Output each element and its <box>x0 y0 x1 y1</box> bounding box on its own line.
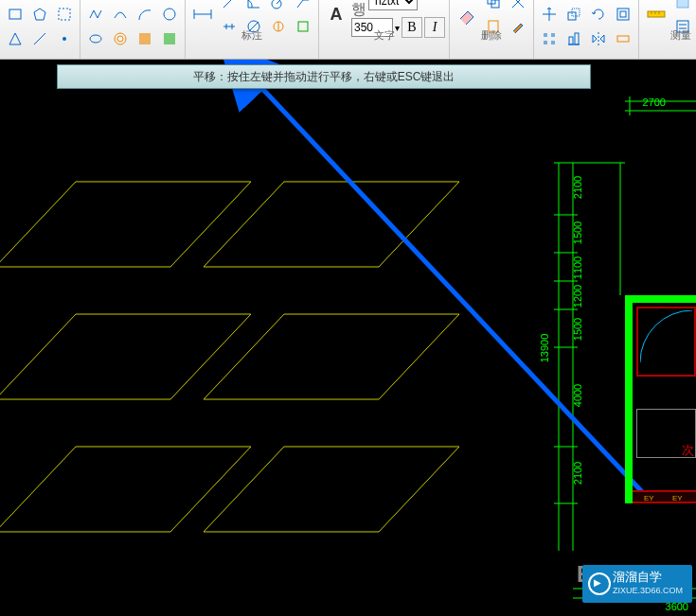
svg-rect-61 <box>569 37 573 44</box>
drawing-shapes <box>0 59 696 616</box>
spline-icon[interactable] <box>109 3 132 26</box>
svg-rect-56 <box>544 33 547 37</box>
array-icon[interactable] <box>538 27 561 50</box>
cut-icon[interactable] <box>507 0 529 13</box>
svg-point-30 <box>90 35 101 43</box>
group-measure: 测量 <box>639 0 696 59</box>
offset-icon[interactable] <box>612 3 634 26</box>
donut-icon[interactable] <box>109 27 132 50</box>
move-icon[interactable] <box>538 3 561 26</box>
svg-rect-66 <box>617 36 629 42</box>
svg-marker-65 <box>600 35 604 43</box>
dim-aligned-icon[interactable] <box>218 0 241 13</box>
group-text: A �행 hztxt ▾ B I 文字 <box>319 0 450 59</box>
svg-rect-59 <box>551 41 555 44</box>
svg-rect-54 <box>617 9 629 20</box>
main-toolbar: 标注 A �행 hztxt ▾ B I <box>0 0 696 60</box>
room-label: 次 <box>682 442 694 459</box>
triangle-icon[interactable] <box>4 27 27 50</box>
line-icon[interactable] <box>28 27 51 50</box>
polygon-icon[interactable] <box>28 3 51 26</box>
dim-leader-icon[interactable] <box>292 0 314 13</box>
svg-marker-0 <box>0 182 251 267</box>
dim-v4: 1200 <box>572 285 583 308</box>
svg-rect-55 <box>620 11 626 17</box>
point-icon[interactable] <box>53 27 76 50</box>
dim-radius-icon[interactable] <box>267 0 290 13</box>
dim-v6: 4000 <box>572 384 583 407</box>
svg-line-40 <box>277 0 284 4</box>
svg-line-38 <box>223 0 235 8</box>
group-curves <box>80 0 186 59</box>
svg-rect-33 <box>139 33 151 44</box>
status-tooltip: 平移：按住左键并拖动进行平移，右键或ESC键退出 <box>57 64 591 89</box>
svg-marker-24 <box>34 9 45 20</box>
watermark: 溜溜自学 ZIXUE.3D66.COM <box>582 565 692 603</box>
svg-marker-3 <box>204 314 459 399</box>
group-label-text: 文字 <box>323 28 445 42</box>
scale-icon[interactable] <box>562 3 585 26</box>
stretch-icon[interactable] <box>612 27 634 50</box>
group-delete: 删除 <box>450 0 534 59</box>
hatch-icon[interactable] <box>134 27 156 50</box>
svg-point-28 <box>62 37 66 41</box>
dim-v2: 1500 <box>572 221 583 244</box>
door-label-1: EY <box>644 494 654 502</box>
svg-rect-34 <box>164 33 175 44</box>
mirror-icon[interactable] <box>587 27 610 50</box>
svg-point-31 <box>115 33 126 44</box>
svg-marker-26 <box>9 33 21 44</box>
rotate-icon[interactable] <box>587 3 610 26</box>
watermark-title: 溜溜自学 <box>613 571 683 584</box>
svg-rect-62 <box>575 33 579 44</box>
font-dropdown[interactable]: hztxt <box>368 0 418 10</box>
dim-v5: 1500 <box>572 318 583 341</box>
ellipse-icon[interactable] <box>84 27 107 50</box>
group-draw <box>0 0 80 59</box>
svg-marker-2 <box>0 314 251 399</box>
svg-point-39 <box>272 0 281 9</box>
door-label-2: EY <box>672 494 683 502</box>
annotation-arrow <box>254 79 646 496</box>
polyline-icon[interactable] <box>84 3 107 26</box>
dim-total: 13900 <box>539 334 550 363</box>
dim-top: 2700 <box>643 97 666 108</box>
svg-rect-25 <box>59 9 70 20</box>
dim-v3: 1100 <box>572 256 583 279</box>
fill-icon[interactable] <box>158 27 181 50</box>
svg-point-32 <box>117 36 123 42</box>
watermark-sub: ZIXUE.3D66.COM <box>613 584 683 597</box>
svg-point-29 <box>164 9 175 20</box>
svg-rect-71 <box>677 0 688 8</box>
svg-marker-64 <box>593 35 597 43</box>
svg-marker-5 <box>204 447 459 532</box>
svg-marker-4 <box>0 447 251 532</box>
dim-v7: 2100 <box>572 462 583 484</box>
circle-icon[interactable] <box>158 3 181 26</box>
copy-icon[interactable] <box>482 0 505 13</box>
svg-rect-57 <box>551 33 555 37</box>
drawing-canvas[interactable]: 2700 2100 1500 1100 1200 1500 4000 2100 … <box>0 59 696 616</box>
floor-plan-fragment: 次 EY EY <box>625 295 696 503</box>
svg-rect-23 <box>9 9 21 19</box>
align-icon[interactable] <box>562 27 585 50</box>
svg-line-27 <box>34 33 45 44</box>
group-label-delete: 删除 <box>454 28 529 42</box>
group-label-measure: 测量 <box>643 28 696 42</box>
region-icon[interactable] <box>53 3 76 26</box>
measure-area-icon[interactable] <box>671 0 694 13</box>
dim-v1: 2100 <box>572 176 583 199</box>
group-label-annotate: 标注 <box>189 28 314 42</box>
group-transform <box>534 0 639 59</box>
svg-rect-67 <box>648 11 665 17</box>
rect-icon[interactable] <box>4 3 27 26</box>
dim-angular-icon[interactable] <box>242 0 265 13</box>
tooltip-text: 平移：按住左键并拖动进行平移，右键或ESC键退出 <box>193 69 455 85</box>
arc-icon[interactable] <box>134 3 156 26</box>
svg-rect-58 <box>544 41 547 44</box>
group-annotate: 标注 <box>186 0 319 59</box>
